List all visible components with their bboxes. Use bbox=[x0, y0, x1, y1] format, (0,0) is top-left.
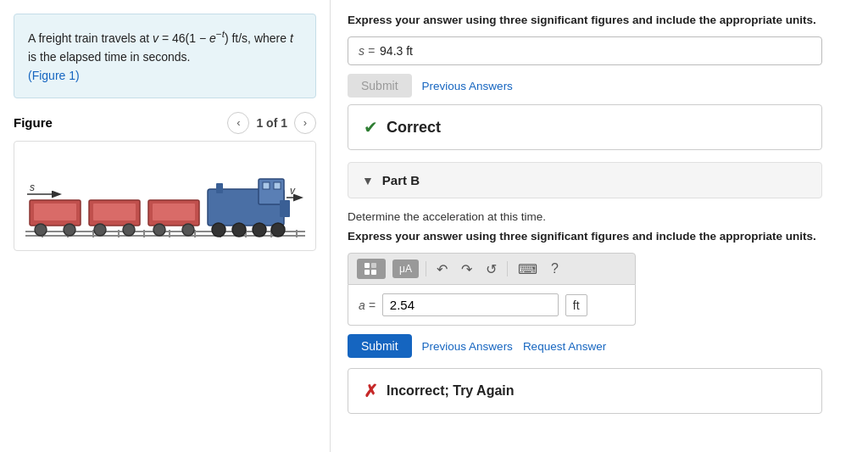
svg-point-15 bbox=[35, 224, 47, 236]
redo-button[interactable]: ↷ bbox=[458, 259, 476, 279]
train-illustration: s v bbox=[25, 153, 305, 238]
svg-point-20 bbox=[123, 224, 135, 236]
part-a-action-row: Submit Previous Answers bbox=[348, 74, 851, 98]
toolbar-divider bbox=[426, 261, 426, 276]
svg-point-31 bbox=[212, 223, 225, 237]
svg-text:v: v bbox=[290, 185, 296, 197]
part-b-input-field[interactable] bbox=[382, 293, 559, 316]
svg-point-32 bbox=[232, 223, 246, 237]
part-b-collapse-icon: ▼ bbox=[362, 174, 374, 187]
part-b-incorrect-box: ✗ Incorrect; Try Again bbox=[348, 368, 822, 414]
part-b-section: Determine the acceleration at this time.… bbox=[348, 210, 851, 414]
toolbar-divider2 bbox=[507, 261, 508, 276]
part-a-answer-label: s = bbox=[359, 44, 375, 58]
svg-rect-40 bbox=[371, 263, 376, 268]
right-panel: Express your answer using three signific… bbox=[331, 0, 868, 452]
part-b-instruction: Express your answer using three signific… bbox=[348, 230, 851, 243]
svg-rect-42 bbox=[371, 270, 376, 275]
figure-count: 1 of 1 bbox=[256, 116, 287, 130]
part-a-correct-box: ✔ Correct bbox=[348, 104, 822, 150]
part-b-action-row: Submit Previous Answers Request Answer bbox=[348, 334, 851, 358]
svg-rect-22 bbox=[153, 204, 195, 220]
part-b-header[interactable]: ▼ Part B bbox=[348, 162, 822, 198]
svg-rect-41 bbox=[364, 270, 370, 275]
part-a-section: Express your answer using three signific… bbox=[348, 14, 851, 150]
figure-link[interactable]: (Figure 1) bbox=[28, 69, 80, 82]
part-b-submit-button[interactable]: Submit bbox=[348, 334, 412, 358]
part-b-previous-answers-link[interactable]: Previous Answers bbox=[422, 340, 513, 353]
part-a-answer-row: s = 94.3 ft bbox=[348, 36, 822, 65]
svg-point-33 bbox=[253, 223, 266, 237]
reset-button[interactable]: ↺ bbox=[482, 259, 500, 279]
math-input-container: μA ↶ ↷ ↺ ⌨ ? a = ft bbox=[348, 253, 636, 326]
undo-button[interactable]: ↶ bbox=[433, 259, 451, 279]
help-button[interactable]: ? bbox=[548, 259, 562, 278]
correct-check-icon: ✔ bbox=[364, 117, 378, 137]
svg-point-23 bbox=[153, 224, 165, 236]
math-input-area: a = ft bbox=[348, 285, 636, 326]
part-b-input-label: a = bbox=[359, 299, 376, 312]
svg-rect-18 bbox=[93, 204, 136, 220]
svg-point-24 bbox=[182, 224, 194, 236]
incorrect-x-icon: ✗ bbox=[364, 381, 378, 401]
mu-label: μA bbox=[399, 263, 412, 275]
svg-point-19 bbox=[94, 224, 106, 236]
part-b-unit: ft bbox=[565, 294, 587, 316]
math-toolbar: μA ↶ ↷ ↺ ⌨ ? bbox=[348, 253, 636, 285]
part-a-submit-button[interactable]: Submit bbox=[348, 74, 412, 98]
figure-header: Figure ‹ 1 of 1 › bbox=[14, 112, 316, 134]
figure-label: Figure bbox=[14, 115, 53, 130]
part-a-answer-value: 94.3 ft bbox=[380, 44, 413, 58]
figure-next-button[interactable]: › bbox=[294, 112, 316, 134]
svg-rect-14 bbox=[34, 204, 76, 220]
problem-statement: A freight train travels at v = 46(1 − e−… bbox=[14, 14, 316, 98]
figure-nav: ‹ 1 of 1 › bbox=[227, 112, 316, 134]
svg-rect-28 bbox=[274, 182, 281, 189]
part-a-previous-answers-link[interactable]: Previous Answers bbox=[422, 80, 513, 92]
correct-label: Correct bbox=[387, 119, 441, 137]
train-figure: s v bbox=[14, 141, 316, 251]
matrix-button[interactable] bbox=[357, 259, 386, 279]
svg-rect-27 bbox=[263, 182, 270, 189]
part-b-determine-text: Determine the acceleration at this time. bbox=[348, 210, 851, 223]
part-b-label: Part B bbox=[382, 173, 420, 187]
matrix-icon bbox=[364, 262, 379, 276]
part-a-instruction: Express your answer using three signific… bbox=[348, 14, 851, 26]
keyboard-button[interactable]: ⌨ bbox=[515, 259, 541, 279]
svg-rect-29 bbox=[280, 200, 290, 217]
mu-button[interactable]: μA bbox=[392, 259, 419, 278]
svg-point-34 bbox=[271, 223, 285, 237]
svg-rect-39 bbox=[364, 263, 370, 268]
figure-section: Figure ‹ 1 of 1 › bbox=[14, 112, 316, 251]
part-b-request-answer-link[interactable]: Request Answer bbox=[523, 340, 606, 353]
svg-point-16 bbox=[64, 224, 75, 236]
svg-text:s: s bbox=[30, 181, 35, 193]
figure-prev-button[interactable]: ‹ bbox=[227, 112, 249, 134]
left-panel: A freight train travels at v = 46(1 − e−… bbox=[0, 0, 331, 452]
svg-rect-30 bbox=[216, 183, 223, 193]
incorrect-label: Incorrect; Try Again bbox=[387, 383, 515, 399]
